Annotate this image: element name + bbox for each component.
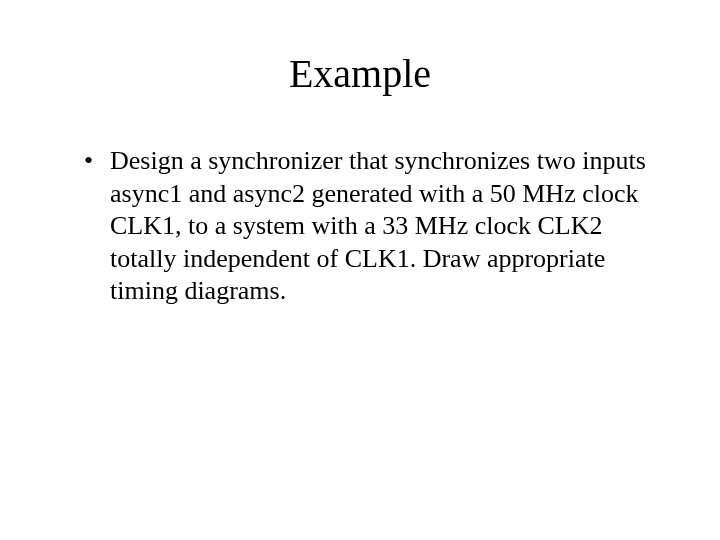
slide-title: Example: [60, 50, 660, 97]
bullet-item: Design a synchronizer that synchronizes …: [84, 145, 660, 308]
bullet-list: Design a synchronizer that synchronizes …: [60, 145, 660, 308]
slide-container: Example Design a synchronizer that synch…: [0, 0, 720, 540]
